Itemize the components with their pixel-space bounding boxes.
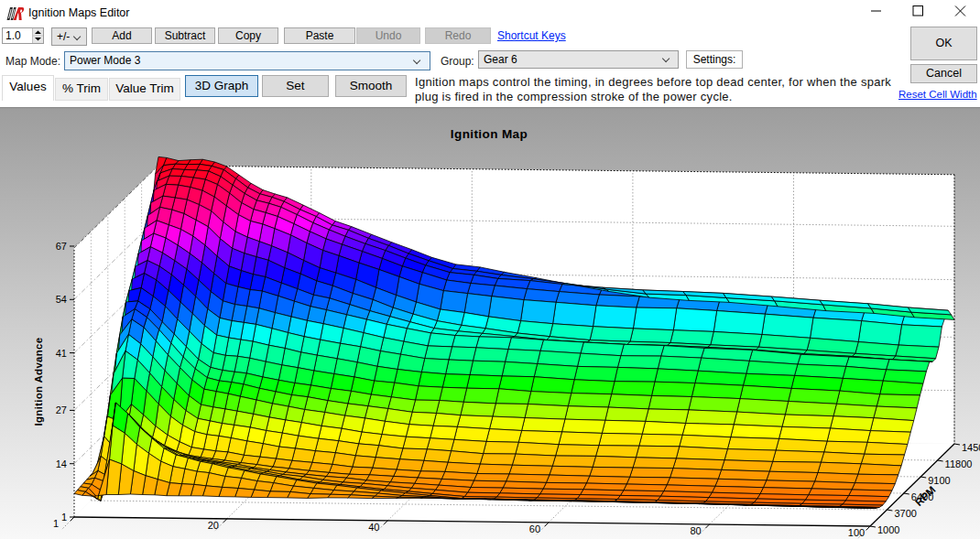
svg-text:41: 41 — [56, 348, 67, 359]
svg-text:Ignition Map: Ignition Map — [451, 127, 528, 141]
svg-text:60: 60 — [529, 523, 540, 534]
svg-text:1000: 1000 — [877, 524, 899, 535]
svg-text:67: 67 — [56, 241, 67, 252]
svg-text:1: 1 — [53, 518, 59, 529]
svg-text:80: 80 — [690, 525, 701, 536]
svg-text:1: 1 — [61, 512, 67, 523]
svg-text:9100: 9100 — [928, 475, 950, 486]
svg-text:11800: 11800 — [945, 458, 973, 469]
svg-text:14: 14 — [56, 458, 67, 469]
svg-text:14500: 14500 — [962, 442, 980, 453]
svg-text:20: 20 — [208, 520, 219, 531]
svg-text:27: 27 — [56, 404, 67, 415]
svg-text:54: 54 — [56, 294, 67, 305]
svg-text:3700: 3700 — [894, 508, 916, 519]
svg-text:40: 40 — [368, 522, 379, 533]
svg-text:100: 100 — [848, 527, 865, 538]
svg-text:Ignition Advance: Ignition Advance — [33, 337, 44, 426]
